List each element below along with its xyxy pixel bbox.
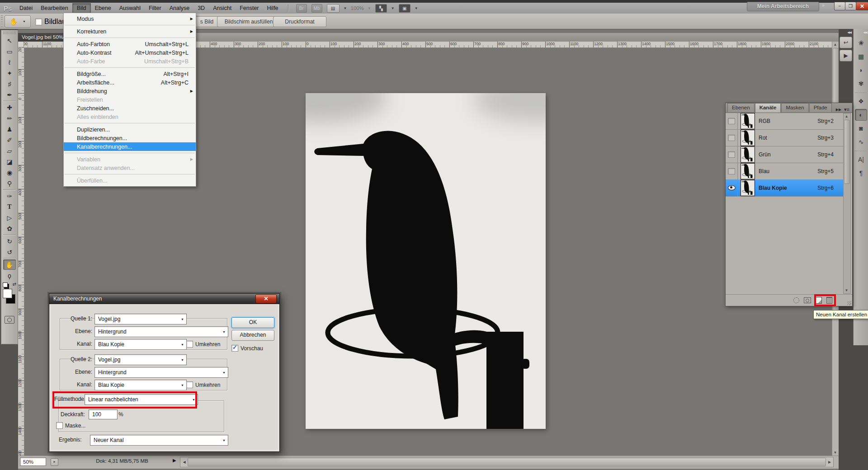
type-tool[interactable]: T [3,202,16,212]
menu-auswahl[interactable]: Auswahl [115,3,145,13]
channel2-dropdown[interactable]: Blau Kopie▼ [94,380,187,390]
menu-item-auto-kontrast[interactable]: Auto-KontrastAlt+Umschalt+Strg+L [64,48,196,57]
visibility-checkbox[interactable] [728,168,735,174]
menu-item-auto-farbe[interactable]: Auto-FarbeUmschalt+Strg+B [64,57,196,66]
quick-mask-button[interactable] [5,316,14,324]
visibility-cell[interactable] [726,113,738,129]
magic-wand-tool[interactable]: ✦ [3,68,16,78]
workspace-button[interactable]: Mein Arbeitsbereich [747,2,819,11]
view-extras-icon[interactable]: ▤ [327,4,340,13]
panel-scroll-down-icon[interactable]: ▼ [844,288,849,292]
minibridge-button[interactable]: Mb [311,4,322,13]
horizontal-scroll-thumb[interactable] [188,458,826,466]
visibility-cell[interactable] [726,163,738,179]
visibility-checkbox[interactable] [728,151,735,158]
window-restore-button[interactable]: ❐ [845,2,856,10]
path-selection-tool[interactable]: ▷ [3,212,16,223]
rectangular-marquee-tool[interactable]: ▭ [3,46,16,56]
visibility-cell[interactable] [726,146,738,163]
channel-row-blau-kopie[interactable]: Blau KopieStrg+6 [726,179,844,197]
horizontal-scrollbar[interactable]: ◀ ▶ [180,457,834,467]
channel-row-rgb[interactable]: RGBStrg+2 [726,113,844,130]
menu-bild[interactable]: Bild [72,3,91,13]
menu-item-bildgröße-[interactable]: Bildgröße...Alt+Strg+I [64,70,196,78]
menu-ebene[interactable]: Ebene [91,3,115,13]
menu-item-zuschneiden-[interactable]: Zuschneiden... [64,104,196,113]
invert2-option[interactable]: Umkehren [186,381,220,388]
result-dropdown[interactable]: Neuer Kanal▼ [90,435,228,446]
toolbox-grip[interactable] [3,31,16,34]
scroll-up-icon[interactable]: ▲ [832,42,838,47]
menu-fenster[interactable]: Fenster [236,3,263,13]
menu-item-datensatz-anwenden-[interactable]: Datensatz anwenden... [64,164,196,172]
options-button-3[interactable]: Druckformat [273,16,326,27]
paths-panel-button[interactable]: ∿ [855,136,867,148]
menu-3d[interactable]: 3D [193,3,209,13]
cancel-button[interactable]: Abbrechen [231,330,274,341]
eraser-tool[interactable]: ▱ [3,146,16,156]
lasso-tool[interactable]: ℓ [3,57,16,67]
bridge-button[interactable]: Br [296,4,307,13]
canvas-image[interactable] [306,93,546,429]
menu-item-arbeitsfläche-[interactable]: Arbeitsfläche...Alt+Strg+C [64,78,196,87]
history-brush-tool[interactable]: ✐ [3,135,16,145]
paint-bucket-tool[interactable]: ◪ [3,156,16,167]
channel-row-grün[interactable]: GrünStrg+4 [726,146,844,163]
tab-ebenen[interactable]: Ebenen [727,103,755,112]
pen-tool[interactable]: ✑ [3,191,16,201]
tab-masken[interactable]: Masken [781,103,808,112]
brush-tool[interactable]: ✏ [3,113,16,123]
menu-item-variablen[interactable]: Variablen▶ [64,155,196,164]
dialog-close-button[interactable]: ✕ [255,295,277,304]
eye-icon[interactable] [728,185,736,190]
visibility-checkbox[interactable] [728,118,735,124]
preview-option[interactable]: ✓ Vorschau [231,345,263,352]
opacity-field[interactable]: 100 [89,409,118,419]
adjustments-panel-button[interactable]: ◐ [855,109,867,121]
actions-panel-button[interactable]: ▶ [840,50,852,61]
menu-item-freistellen[interactable]: Freistellen [64,95,196,104]
history-panel-button[interactable]: ↩ [840,37,852,48]
mask-option[interactable]: Maske... [56,422,85,429]
menu-datei[interactable]: Datei [15,3,37,13]
collapse-dock-icon[interactable]: ◀◀ [839,29,853,35]
menu-item-auto-farbton[interactable]: Auto-FarbtonUmschalt+Strg+L [64,40,196,48]
hand-tool[interactable]: ✋ [3,259,16,270]
3d-orbit-tool[interactable]: ↺ [3,247,16,257]
invert2-checkbox[interactable] [186,381,193,388]
channel-row-rot[interactable]: RotStrg+3 [726,129,844,146]
layer2-dropdown[interactable]: Hintergrund▼ [94,367,228,378]
preview-checkbox[interactable]: ✓ [231,345,238,352]
scroll-all-windows-checkbox[interactable] [35,19,42,25]
ok-button[interactable]: OK [231,317,274,328]
panel-scroll-up-icon[interactable]: ▲ [844,114,849,118]
options-bar-grip[interactable] [1,15,3,27]
visibility-checkbox[interactable] [728,135,735,141]
styles-panel-button[interactable]: ✾ [855,78,867,89]
status-flyout-icon[interactable]: ▸ [51,458,58,466]
masks-panel-button[interactable]: ◙ [855,122,867,134]
hand-tool-preset[interactable]: ✋ ▼ [5,15,31,28]
color-panel-button[interactable]: ❀ [855,37,867,49]
invert1-checkbox[interactable] [186,341,193,348]
menu-item-bilddrehung[interactable]: Bilddrehung▶ [64,87,196,95]
kuler-panel-button[interactable]: ◗ [855,64,867,76]
window-minimize-button[interactable]: − [834,2,845,10]
menu-bearbeiten[interactable]: Bearbeiten [37,3,72,13]
screen-mode-icon[interactable]: ▣ [399,4,410,13]
menu-analyse[interactable]: Analyse [165,3,193,13]
menu-ansicht[interactable]: Ansicht [209,3,236,13]
source2-dropdown[interactable]: Vogel.jpg▼ [94,354,187,365]
dialog-title[interactable]: Kanalberechnungen [49,294,279,304]
crop-tool[interactable]: ♯ [3,79,16,89]
panel-scroll-thumb[interactable] [844,120,850,184]
zoom-level-value[interactable]: 100% [350,5,363,11]
menu-hilfe[interactable]: Hilfe [263,3,283,13]
custom-shape-tool[interactable]: ✿ [3,223,16,234]
blur-tool[interactable]: ◉ [3,167,16,178]
visibility-cell[interactable] [726,179,738,196]
character-panel-button[interactable]: A| [855,154,867,165]
panel-menu-icon[interactable]: ▾≡ [844,107,849,113]
mask-checkbox[interactable] [56,422,63,429]
tab-pfade[interactable]: Pfade [809,103,832,112]
